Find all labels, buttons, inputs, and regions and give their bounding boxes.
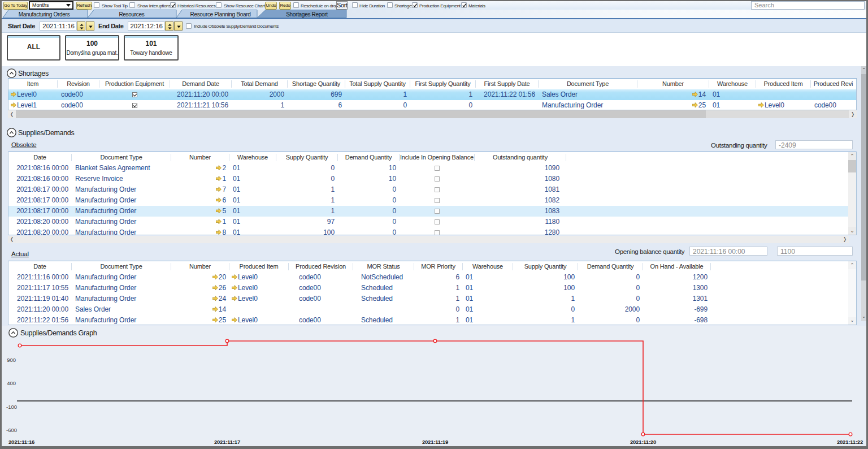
svg-text:Resources: Resources [119,11,144,18]
svg-text:2021:11:17: 2021:11:17 [214,439,240,445]
svg-text:-100: -100 [6,404,17,410]
svg-text:-600: -600 [6,427,17,433]
svg-text:2021:11:16: 2021:11:16 [8,439,34,445]
svg-text:2021:11:22: 2021:11:22 [837,439,863,445]
svg-text:2021:11:20: 2021:11:20 [630,439,656,445]
svg-text:Shortages Report: Shortages Report [286,11,328,18]
svg-text:400: 400 [7,380,16,386]
svg-text:900: 900 [7,357,16,363]
svg-text:2021:11:19: 2021:11:19 [422,439,448,445]
svg-text:Manufacturing Orders: Manufacturing Orders [19,11,70,18]
svg-text:Resource Planning Board: Resource Planning Board [190,11,250,18]
